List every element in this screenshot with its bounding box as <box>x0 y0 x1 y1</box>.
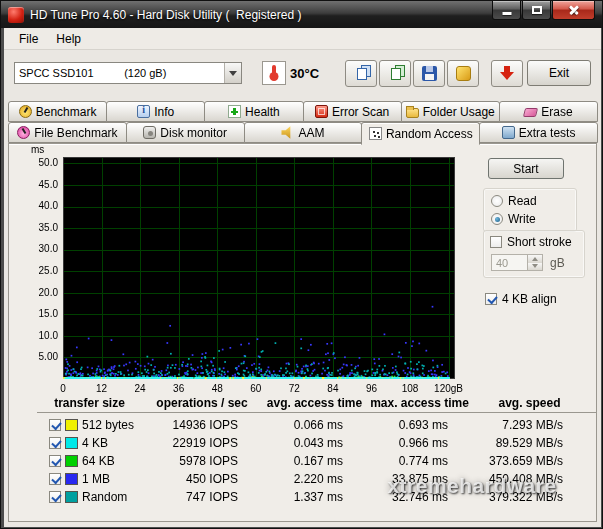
row-checkbox[interactable] <box>49 455 61 467</box>
avg-speed-cell: 89.529 MB/s <box>472 436 587 450</box>
benchmark-icon <box>19 105 32 118</box>
write-radio-circle[interactable] <box>491 213 503 225</box>
tab-error-scan[interactable]: Error Scan <box>303 101 402 122</box>
tab-erase[interactable]: Erase <box>499 101 598 122</box>
short-stroke-checkbox-box[interactable] <box>490 236 502 248</box>
random-access-icon <box>369 127 382 140</box>
window-controls <box>492 1 595 20</box>
avg-access-time-cell: 0.066 ms <box>262 418 367 432</box>
copy-text-button[interactable] <box>379 60 411 87</box>
column-header: avg. access time <box>262 396 367 410</box>
write-radio[interactable]: Write <box>491 212 569 226</box>
transfer-size-label: Random <box>82 490 127 504</box>
drive-selector[interactable]: SPCC SSD101 (120 gB) <box>14 62 242 84</box>
menu-help[interactable]: Help <box>47 30 90 48</box>
avg-speed-cell: 7.293 MB/s <box>472 418 587 432</box>
series-color-swatch <box>65 491 78 503</box>
options-button[interactable] <box>447 60 479 87</box>
transfer-size-cell: 4 KB <box>37 436 142 450</box>
info-icon <box>137 105 150 118</box>
erase-icon <box>523 108 538 117</box>
table-row: 4 KB22919 IOPS0.043 ms0.966 ms89.529 MB/… <box>37 434 597 452</box>
tab-benchmark[interactable]: Benchmark <box>8 101 107 122</box>
tab-info[interactable]: Info <box>106 101 205 122</box>
tab-label: Health <box>245 105 280 119</box>
short-stroke-label: Short stroke <box>507 235 572 249</box>
tab-row-2: File BenchmarkDisk monitorAAMRandom Acce… <box>8 122 597 143</box>
row-checkbox[interactable] <box>49 473 61 485</box>
write-radio-label: Write <box>508 212 536 226</box>
read-radio-label: Read <box>508 194 537 208</box>
disk-monitor-icon <box>143 126 156 139</box>
tab-label: Disk monitor <box>160 126 227 140</box>
minimize-icon <box>502 12 511 15</box>
spin-down-button[interactable] <box>528 263 542 271</box>
short-stroke-checkbox[interactable]: Short stroke <box>490 235 578 249</box>
max-access-time-cell: 0.693 ms <box>367 418 472 432</box>
align-checkbox-box[interactable] <box>485 293 497 305</box>
download-button[interactable] <box>491 60 523 87</box>
results-header-row: transfer sizeoperations / secavg. access… <box>37 396 597 413</box>
short-stroke-spinner: 40 gB <box>491 254 578 271</box>
maximize-button[interactable] <box>522 1 551 20</box>
short-stroke-unit: gB <box>550 256 565 270</box>
minimize-button[interactable] <box>492 1 521 20</box>
tab-label: Info <box>154 105 174 119</box>
short-stroke-value[interactable]: 40 <box>491 254 528 271</box>
titlebar[interactable]: HD Tune Pro 4.60 - Hard Disk Utility ( R… <box>1 1 602 28</box>
read-radio[interactable]: Read <box>491 194 569 208</box>
tab-extra-tests[interactable]: Extra tests <box>479 122 598 143</box>
transfer-size-label: 64 KB <box>82 454 115 468</box>
tab-random-access[interactable]: Random Access <box>361 122 480 145</box>
max-access-time-cell: 0.966 ms <box>367 436 472 450</box>
spin-up-button[interactable] <box>528 255 542 263</box>
transfer-size-cell: 1 MB <box>37 472 142 486</box>
column-header: operations / sec <box>142 396 262 410</box>
error-scan-icon <box>315 105 328 118</box>
maximize-icon <box>532 6 542 14</box>
align-label: 4 KB align <box>502 292 557 306</box>
folder-usage-icon <box>406 108 419 118</box>
mode-groupbox: Read Write <box>483 188 577 232</box>
row-checkbox[interactable] <box>49 419 61 431</box>
table-row: 512 bytes14936 IOPS0.066 ms0.693 ms7.293… <box>37 416 597 434</box>
tab-disk-monitor[interactable]: Disk monitor <box>126 122 245 143</box>
tab-file-benchmark[interactable]: File Benchmark <box>8 122 127 143</box>
start-button[interactable]: Start <box>488 158 564 179</box>
operations-cell: 22919 IOPS <box>142 436 262 450</box>
exit-button[interactable]: Exit <box>527 60 591 86</box>
thermometer-icon <box>262 61 286 85</box>
tab-folder-usage[interactable]: Folder Usage <box>401 101 500 122</box>
row-checkbox[interactable] <box>49 491 61 503</box>
transfer-size-label: 4 KB <box>82 436 108 450</box>
temperature-value: 30°C <box>290 66 319 81</box>
spin-down-icon <box>532 264 538 271</box>
dropdown-arrow-icon[interactable] <box>224 63 241 83</box>
short-stroke-groupbox: Short stroke 40 gB <box>483 230 585 278</box>
health-icon <box>228 105 241 118</box>
avg-access-time-cell: 0.043 ms <box>262 436 367 450</box>
spinner-buttons <box>528 254 543 271</box>
max-access-time-cell: 0.774 ms <box>367 454 472 468</box>
row-checkbox[interactable] <box>49 437 61 449</box>
tab-label: Benchmark <box>36 105 97 119</box>
operations-cell: 14936 IOPS <box>142 418 262 432</box>
access-time-chart <box>9 143 489 399</box>
read-radio-circle[interactable] <box>491 195 503 207</box>
transfer-size-label: 512 bytes <box>82 418 134 432</box>
close-button[interactable] <box>552 1 595 20</box>
drive-selector-value: SPCC SSD101 (120 gB) <box>15 67 224 79</box>
avg-access-time-cell: 0.167 ms <box>262 454 367 468</box>
tab-health[interactable]: Health <box>204 101 303 122</box>
align-checkbox[interactable]: 4 KB align <box>485 292 557 306</box>
copy-screenshot-icon <box>353 65 369 81</box>
copy-screenshot-button[interactable] <box>345 60 377 87</box>
series-color-swatch <box>65 473 78 485</box>
tab-aam[interactable]: AAM <box>244 122 363 143</box>
save-icon <box>422 66 437 81</box>
menu-file[interactable]: File <box>10 30 47 48</box>
transfer-size-cell: 512 bytes <box>37 418 142 432</box>
tab-label: Error Scan <box>332 105 389 119</box>
save-screenshot-button[interactable] <box>413 60 445 87</box>
series-color-swatch <box>65 419 78 431</box>
